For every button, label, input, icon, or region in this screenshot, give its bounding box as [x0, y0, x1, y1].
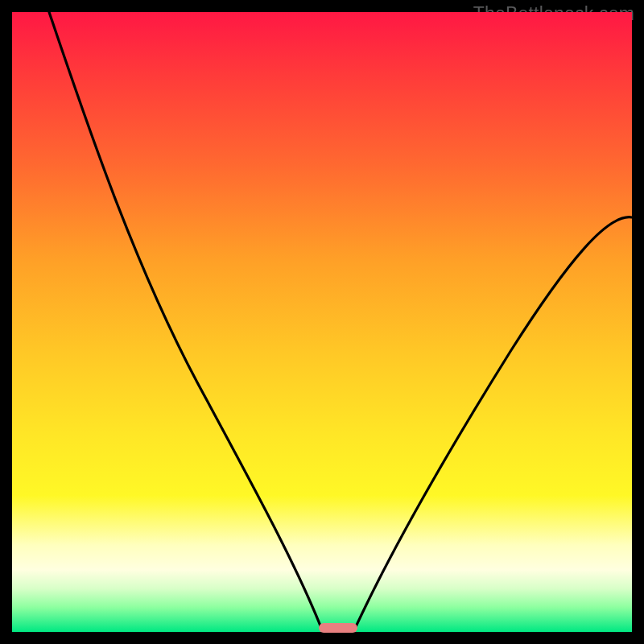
bottleneck-curve [12, 12, 632, 632]
curve-right-branch [353, 217, 632, 632]
curve-left-branch [49, 12, 323, 632]
optimum-marker [319, 623, 357, 633]
chart-frame: TheBottleneck.com [0, 0, 644, 644]
plot-area [12, 12, 632, 632]
